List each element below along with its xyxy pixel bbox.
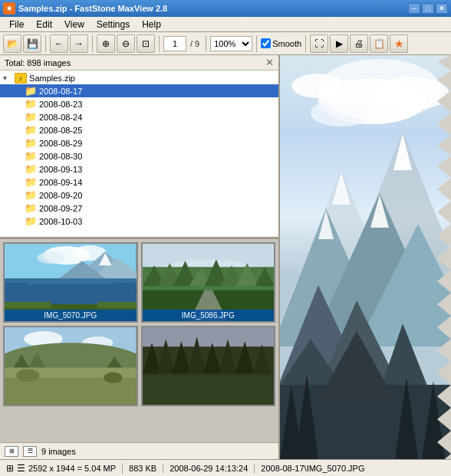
svg-point-37: [16, 369, 39, 382]
smooth-checkbox[interactable]: [261, 38, 271, 48]
zoom-out-button[interactable]: ⊖: [117, 34, 135, 53]
folder-icon-8: 📁: [25, 189, 37, 201]
toolbar: 📂 💾 ← → ⊕ ⊖ ⊡ 1 / 9 100% 75% 50% 200% Sm…: [0, 32, 451, 55]
thumb-panel: IMG_5070.JPG: [0, 239, 278, 459]
tree-item-8[interactable]: 📁 2008-09-20: [0, 189, 278, 202]
page-input[interactable]: 1: [163, 36, 186, 51]
tree-label-8: 2008-09-20: [39, 191, 82, 200]
page-total: / 9: [188, 39, 202, 48]
list-status-icon: ☰: [17, 463, 25, 474]
toolbar-separator-2: [92, 35, 93, 52]
folder-icon-3: 📁: [25, 124, 37, 136]
tree-item-5[interactable]: 📁 2008-08-30: [0, 149, 278, 162]
app-icon: ★: [3, 2, 15, 15]
title-buttons: ─ □ ✕: [408, 3, 448, 14]
tree-label-1: 2008-08-23: [39, 100, 82, 109]
list-view-icon[interactable]: ☰: [23, 446, 37, 457]
svg-point-38: [104, 373, 122, 383]
tree-item-3[interactable]: 📁 2008-08-25: [0, 123, 278, 136]
zoom-in-button[interactable]: ⊕: [97, 34, 115, 53]
status-filepath: 2008-08-17\IMG_5070.JPG: [261, 464, 364, 473]
status-datetime-section: 2008-06-29 14:13:24: [163, 464, 255, 473]
thumb-count: 9 images: [41, 447, 76, 456]
tree-item-4[interactable]: 📁 2008-08-29: [0, 136, 278, 149]
menu-file[interactable]: File: [3, 18, 30, 31]
svg-rect-10: [28, 283, 113, 284]
tree-item-6[interactable]: 📁 2008-09-13: [0, 162, 278, 176]
tree-item-9[interactable]: 📁 2008-09-27: [0, 202, 278, 215]
status-filesize: 883 KB: [129, 464, 156, 473]
tree-item-0[interactable]: 📁 2008-08-17: [0, 84, 278, 97]
tree-header: Total: 898 images ✕: [0, 55, 278, 71]
grid-status-icon: ⊞: [6, 463, 14, 474]
svg-rect-13: [97, 302, 136, 308]
tree-item-7[interactable]: 📁 2008-09-14: [0, 176, 278, 189]
open-button[interactable]: 📂: [3, 34, 21, 53]
menu-settings[interactable]: Settings: [91, 18, 136, 31]
toolbar-separator-4: [206, 35, 206, 52]
svg-rect-9: [5, 278, 137, 282]
maximize-button[interactable]: □: [422, 3, 434, 14]
toolbar-separator-5: [256, 35, 257, 52]
tree-close-button[interactable]: ✕: [265, 57, 274, 68]
status-filepath-section: 2008-08-17\IMG_5070.JPG: [255, 464, 370, 473]
thumb-item-3[interactable]: [141, 326, 276, 406]
forward-button[interactable]: →: [70, 34, 88, 53]
menu-bar: File Edit View Settings Help: [0, 17, 451, 32]
menu-view[interactable]: View: [58, 18, 91, 31]
thumb-label-0: IMG_5070.JPG: [5, 310, 137, 321]
toolbar-separator-6: [305, 35, 306, 52]
fit-button[interactable]: ⊡: [137, 34, 155, 53]
tree-header-label: Total: 898 images: [5, 58, 71, 67]
thumb-img-2: [5, 327, 137, 405]
thumb-item-0[interactable]: IMG_5070.JPG: [3, 242, 138, 323]
menu-help[interactable]: Help: [136, 18, 167, 31]
status-dimensions-section: ⊞ ☰ 2592 x 1944 = 5.04 MP: [3, 463, 123, 474]
minimize-button[interactable]: ─: [408, 3, 420, 14]
copy-button[interactable]: 📋: [370, 34, 388, 53]
toolbar-separator-1: [45, 35, 46, 52]
slideshow-button[interactable]: ▶: [330, 34, 348, 53]
print-button[interactable]: 🖨: [350, 34, 368, 53]
grid-view-icon[interactable]: ⊞: [5, 446, 18, 457]
tree-label-9: 2008-09-27: [39, 204, 82, 213]
tree-label-10: 2008-10-03: [39, 217, 82, 226]
right-panel: [280, 55, 451, 459]
thumb-item-2[interactable]: [3, 326, 138, 406]
fullscreen-button[interactable]: ⛶: [310, 34, 328, 53]
smooth-label[interactable]: Smooth: [272, 39, 301, 48]
tree-label-5: 2008-08-30: [39, 152, 82, 161]
folder-icon-2: 📁: [25, 111, 37, 123]
tree-item-2[interactable]: 📁 2008-08-24: [0, 110, 278, 123]
zoom-select[interactable]: 100% 75% 50% 200%: [210, 36, 252, 51]
folder-icon-6: 📁: [25, 163, 37, 175]
svg-rect-12: [5, 302, 51, 308]
tree-item-10[interactable]: 📁 2008-10-03: [0, 215, 278, 228]
thumb-item-1[interactable]: IMG_5086.JPG: [141, 242, 276, 323]
folder-icon-7: 📁: [25, 176, 37, 188]
svg-point-56: [318, 59, 441, 120]
main-area: Total: 898 images ✕ ▼ z Samples.zip 📁 20…: [0, 55, 451, 459]
main-image: [280, 55, 451, 459]
star-button[interactable]: ★: [390, 34, 408, 53]
thumb-bottom: ⊞ ☰ 9 images: [0, 442, 278, 459]
folder-icon-9: 📁: [25, 202, 37, 214]
tree-content[interactable]: ▼ z Samples.zip 📁 2008-08-17 📁 2008-08-2…: [0, 71, 278, 237]
status-bar: ⊞ ☰ 2592 x 1944 = 5.04 MP 883 KB 2008-06…: [0, 459, 451, 476]
title-bar: ★ Samples.zip - FastStone MaxView 2.8 ─ …: [0, 0, 451, 17]
tree-label-6: 2008-09-13: [39, 165, 82, 174]
tree-root-item[interactable]: ▼ z Samples.zip: [0, 72, 278, 84]
folder-icon-5: 📁: [25, 150, 37, 162]
save-button[interactable]: 💾: [23, 34, 41, 53]
menu-edit[interactable]: Edit: [30, 18, 58, 31]
title-text: Samples.zip - FastStone MaxView 2.8: [18, 4, 408, 13]
thumb-scroll-area[interactable]: IMG_5070.JPG: [0, 239, 278, 442]
tree-item-1[interactable]: 📁 2008-08-23: [0, 97, 278, 110]
main-image-svg: [280, 55, 451, 459]
back-button[interactable]: ←: [50, 34, 68, 53]
folder-icon-1: 📁: [25, 98, 37, 110]
tree-label-7: 2008-09-14: [39, 178, 82, 187]
svg-point-3: [37, 251, 64, 264]
thumb-img-3: [143, 327, 275, 405]
close-button[interactable]: ✕: [436, 3, 448, 14]
